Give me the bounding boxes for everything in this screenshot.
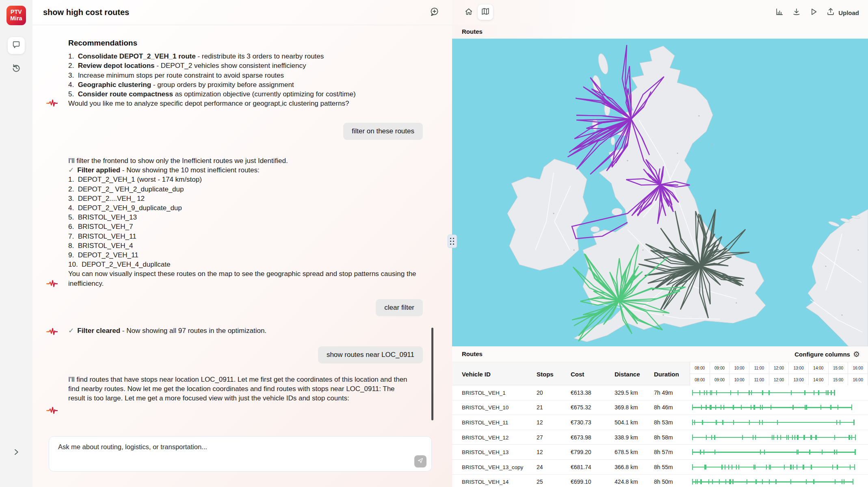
cell-distance: 366.8 km [615,464,638,470]
table-row[interactable]: BRISTOL_VEH_11 12 €730.73 504.1 km 8h 53… [452,415,868,430]
assistant-pulse-avatar [46,407,58,415]
configure-columns-button[interactable]: Configure columns ⚙ [794,346,860,362]
inefficient-route-item: DEPOT_2_VEH_1 (worst - 174 km/stop) [68,175,426,184]
cleared-rest: - Now showing all 97 routes in the optim… [120,327,266,335]
send-button[interactable] [414,455,426,467]
cell-cost: €681.74 [571,464,591,470]
panel-resize-handle[interactable] [448,235,457,248]
sidebar-item-chat[interactable] [8,37,25,54]
cell-duration: 7h 49m [654,389,673,396]
timeline-chart [690,445,865,459]
inefficient-route-item: DEPOT_2_VEH_4_dupllcate [68,260,426,269]
ptv-mira-logo: PTV Mira [6,6,26,25]
timeline-chart [690,400,865,415]
chat-input[interactable] [49,437,431,471]
time-label: 12:00 [769,362,789,374]
user-message-filter-routes: filter on these routes [343,123,423,140]
filter-status-rest: - Now showing the 10 most inefficient ro… [120,166,260,174]
chat-panel: show high cost routes Recommendations Co… [32,0,452,487]
inefficient-routes-list: DEPOT_2_VEH_1 (worst - 174 km/stop) DEPO… [68,175,426,269]
table-row[interactable]: BRISTOL_VEH_13_copy 24 €681.74 366.8 km … [452,460,868,475]
timeline-chart [690,430,865,445]
inefficient-route-item: DEPOT_2_ VEH_2_duplicate_dup [68,185,426,194]
cell-duration: 8h 57m [654,449,673,455]
recommendation-item: Review depot locations - DEPOT_2 vehicle… [68,61,426,70]
inefficient-route-item: BRISTOL_VEH_11 [68,232,426,241]
logo-line-2: Mira [10,15,22,22]
time-label: 12:00 [769,374,789,385]
time-label: 11:00 [749,374,769,385]
cell-stops: 24 [537,464,543,470]
cell-vehicle-id: BRISTOL_VEH_13_copy [462,464,523,470]
timeline-chart [690,460,865,474]
table-row[interactable]: BRISTOL_VEH_12 27 €673.98 338.9 km 8h 58… [452,430,868,445]
cell-distance: 369.8 km [615,404,638,411]
check-icon: ✓ [68,327,74,335]
cleared-bold: Filter cleared [77,327,120,335]
bar-chart-icon [775,7,784,18]
cell-duration: 8h 50m [654,478,673,485]
timeline-chart [690,475,865,487]
inefficient-route-item: BRISTOL_VEH_7 [68,222,426,231]
expand-sidebar-button[interactable] [11,448,21,458]
time-label: 16:00 [848,362,868,374]
chat-scrollbar[interactable] [431,328,433,420]
map-view-button[interactable] [478,4,493,20]
gear-icon: ⚙ [853,350,860,358]
assistant-message-recommendations: Recommendations Consolidate DEPOT_2_VEH_… [68,38,426,108]
table-row[interactable]: BRISTOL_VEH_13 12 €799.20 678.5 km 8h 57… [452,445,868,460]
recommendations-heading: Recommendations [68,38,426,48]
time-label: 14:00 [809,374,829,385]
time-label: 16:00 [848,374,868,385]
cell-vehicle-id: BRISTOL_VEH_10 [462,404,509,411]
table-header: Vehicle ID Stops Cost Distance Duration … [452,362,868,385]
user-message-clear-filter: clear filter [376,299,423,316]
filter-status-line: ✓Filter applied - Now showing the 10 mos… [68,165,426,175]
cell-vehicle-id: BRISTOL_VEH_11 [462,419,508,425]
filter-closing: You can now visually inspect these route… [68,269,426,288]
download-icon [792,7,801,18]
chevron-right-icon [13,448,20,457]
history-icon [11,63,21,74]
routes-map[interactable] [452,39,868,346]
recommendation-item: Consider route compactness as optimizati… [68,89,426,99]
table-row[interactable]: BRISTOL_VEH_1 20 €613.38 329.5 km 7h 49m [452,385,868,400]
table-row[interactable]: BRISTOL_VEH_10 21 €675.32 369.8 km 8h 46… [452,400,868,415]
cell-duration: 8h 58m [654,434,673,441]
user-message-show-routes-near-loc: show routes near LOC_0911 [318,346,423,363]
chart-button[interactable] [775,7,784,18]
time-label: 09:00 [710,362,730,374]
cell-distance: 338.9 km [615,434,638,441]
chat-bubble-icon [12,40,21,51]
time-label: 10:00 [729,374,749,385]
inefficient-route-item: BRISTOL_VEH_4 [68,241,426,250]
time-label: 08:00 [690,374,710,385]
new-chat-button[interactable] [428,6,441,19]
time-label: 13:00 [789,374,809,385]
timeline-chart [690,385,865,400]
time-label: 13:00 [789,362,809,374]
sidebar-item-history[interactable] [11,63,22,74]
routes-table: Routes Configure columns ⚙ Vehicle ID St… [452,346,868,487]
send-icon [417,457,424,465]
column-header-stops: Stops [537,362,554,386]
download-button[interactable] [792,7,801,18]
assistant-message-filter-applied: I'll filter the frontend to show only th… [68,156,426,288]
cell-stops: 25 [537,478,543,485]
play-button[interactable] [809,7,818,18]
cell-duration: 8h 55m [654,464,673,470]
cell-vehicle-id: BRISTOL_VEH_14 [462,479,509,485]
table-row[interactable]: BRISTOL_VEH_14 25 €699.10 424.8 km 8h 50… [452,475,868,487]
new-chat-icon [429,7,439,19]
table-title: Routes [462,346,483,362]
cell-cost: €675.32 [571,404,591,411]
home-button[interactable] [462,6,476,20]
upload-icon [826,7,835,18]
inefficient-route-item: DEPOT_2_VEH_11 [68,250,426,260]
cell-distance: 678.5 km [615,449,638,455]
cell-stops: 12 [537,449,543,455]
cell-cost: €613.38 [571,389,591,396]
upload-button[interactable]: Upload [826,7,859,18]
map-toolbar: Upload [452,0,868,25]
assistant-pulse-avatar [46,328,58,336]
